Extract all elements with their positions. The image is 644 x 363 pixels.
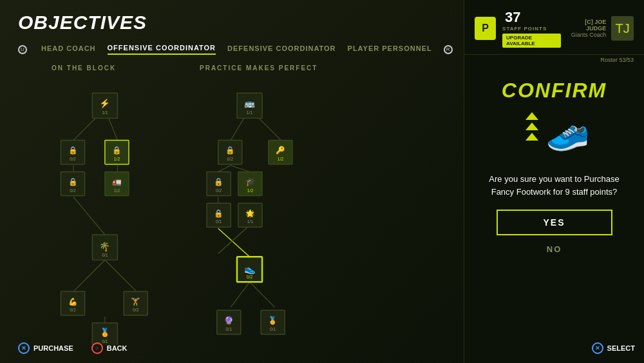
coach-team: Giants Coach	[571, 32, 607, 38]
nav-tabs: U HEAD COACH OFFENSIVE COORDINATOR DEFEN…	[18, 44, 455, 55]
svg-text:1/2: 1/2	[278, 157, 284, 161]
svg-line-9	[250, 109, 281, 141]
svg-text:🔒: 🔒	[112, 146, 122, 155]
svg-text:1/2: 1/2	[247, 188, 254, 193]
purchase-action[interactable]: ✕ PURCHASE	[18, 342, 73, 354]
svg-text:🔮: 🔮	[224, 316, 234, 325]
svg-text:🎓: 🎓	[245, 177, 256, 187]
chevron-1	[526, 112, 538, 120]
right-panel: P 37 STAFF POINTS Upgrade Available [C] …	[464, 0, 644, 363]
svg-text:0/2: 0/2	[70, 188, 76, 193]
purchase-label: PURCHASE	[33, 344, 73, 352]
tab-defensive-coordinator[interactable]: DEFENSIVE COORDINATOR	[227, 44, 336, 54]
svg-rect-41	[92, 323, 117, 345]
svg-rect-35	[61, 291, 85, 315]
back-button-icon: ○	[91, 342, 103, 354]
nav-icon-right: R	[444, 45, 453, 54]
svg-rect-17	[92, 93, 117, 118]
staff-points-number: 37	[505, 9, 520, 26]
svg-rect-32	[92, 235, 117, 260]
section-label-left: ON THE BLOCK	[52, 64, 116, 72]
svg-line-5	[73, 260, 105, 291]
shield-icon: P	[482, 23, 489, 34]
select-action[interactable]: ✕ SELECT	[592, 342, 635, 354]
boot-icon: 👟	[545, 114, 590, 150]
svg-rect-26	[61, 172, 85, 195]
chevron-3	[526, 133, 538, 141]
coach-tag: [C] JOE JUDGE	[567, 19, 607, 32]
svg-rect-53	[207, 172, 231, 195]
svg-text:1/1: 1/1	[102, 110, 108, 115]
svg-line-11	[231, 166, 249, 172]
svg-text:🌟: 🌟	[245, 209, 255, 218]
purchase-button-icon: ✕	[18, 342, 30, 354]
section-label-right: PRACTICE MAKES PERFECT	[200, 64, 317, 72]
page-title: OBJECTIVES	[18, 12, 147, 34]
skill-tree-svg: ⚡ 1/1 🔒 0/2 🔒 1/2 🔒 0/2 🚛 1/2 🌴 0/1	[18, 74, 456, 345]
svg-text:0/1: 0/1	[226, 327, 232, 331]
chevrons-group	[526, 112, 538, 141]
coach-info: [C] JOE JUDGE Giants Coach TJ	[567, 16, 634, 41]
svg-rect-56	[238, 172, 262, 195]
no-button[interactable]: NO	[547, 240, 562, 258]
svg-rect-47	[218, 141, 242, 164]
svg-text:0/2: 0/2	[216, 188, 222, 193]
svg-rect-59	[207, 203, 231, 227]
svg-line-8	[231, 109, 249, 141]
svg-text:🚌: 🚌	[244, 98, 256, 109]
svg-text:0/2: 0/2	[227, 157, 234, 161]
roster-text: Roster 53/53	[464, 55, 644, 68]
svg-rect-65	[237, 257, 262, 282]
staff-points-badge: P	[475, 17, 496, 40]
svg-text:🔒: 🔒	[214, 209, 223, 218]
svg-text:0/1: 0/1	[270, 327, 276, 331]
svg-line-15	[250, 282, 275, 307]
svg-rect-50	[269, 141, 292, 164]
svg-line-14	[231, 282, 249, 307]
svg-text:👟: 👟	[244, 263, 256, 275]
svg-text:💪: 💪	[68, 297, 78, 306]
svg-line-0	[73, 109, 105, 141]
svg-text:🏅: 🏅	[268, 316, 278, 325]
svg-rect-29	[105, 172, 129, 195]
svg-line-6	[105, 260, 137, 291]
back-action[interactable]: ○ BACK	[91, 342, 128, 354]
svg-text:0/1: 0/1	[102, 253, 108, 257]
svg-text:⚡: ⚡	[99, 98, 111, 109]
svg-text:🚛: 🚛	[112, 177, 122, 186]
svg-text:🏋: 🏋	[131, 297, 140, 306]
select-label: SELECT	[607, 344, 635, 352]
svg-rect-62	[238, 203, 262, 227]
svg-line-16	[218, 225, 250, 253]
select-button-icon: ✕	[592, 342, 603, 354]
tab-player-personnel[interactable]: PLAYER PERSONNEL	[348, 44, 432, 54]
svg-rect-20	[61, 141, 85, 164]
svg-text:0/2: 0/2	[133, 308, 139, 312]
svg-line-13	[218, 228, 250, 257]
coach-info-row: P 37 STAFF POINTS Upgrade Available [C] …	[464, 0, 644, 55]
svg-line-1	[105, 109, 118, 141]
tab-head-coach[interactable]: HEAD COACH	[41, 44, 96, 54]
svg-text:1/1: 1/1	[247, 110, 253, 115]
coach-avatar: TJ	[611, 16, 634, 41]
main-area: OBJECTIVES U HEAD COACH OFFENSIVE COORDI…	[0, 0, 464, 363]
svg-text:0/1: 0/1	[216, 219, 222, 224]
svg-rect-68	[217, 310, 241, 334]
svg-text:0/2: 0/2	[247, 275, 253, 279]
svg-text:🔒: 🔒	[68, 146, 78, 155]
confirm-panel: CONFIRM 👟 Are you sure you want to Purch…	[464, 68, 644, 363]
svg-text:🔒: 🔒	[225, 146, 235, 155]
tab-offensive-coordinator[interactable]: OFFENSIVE COORDINATOR	[108, 44, 216, 55]
svg-rect-44	[237, 93, 262, 118]
confirm-title: CONFIRM	[502, 79, 607, 103]
avatar-initials: TJ	[616, 21, 630, 36]
svg-text:1/2: 1/2	[114, 188, 120, 193]
yes-button[interactable]: YES	[497, 210, 612, 235]
skill-tree: ⚡ 1/1 🔒 0/2 🔒 1/2 🔒 0/2 🚛 1/2 🌴 0/1	[18, 74, 456, 345]
nav-icon-left: U	[18, 45, 27, 54]
confirm-icon-area: 👟	[519, 109, 590, 164]
svg-line-10	[218, 166, 231, 172]
chevron-2	[526, 123, 538, 130]
header: OBJECTIVES	[18, 12, 147, 34]
upgrade-badge: Upgrade Available	[502, 34, 561, 48]
